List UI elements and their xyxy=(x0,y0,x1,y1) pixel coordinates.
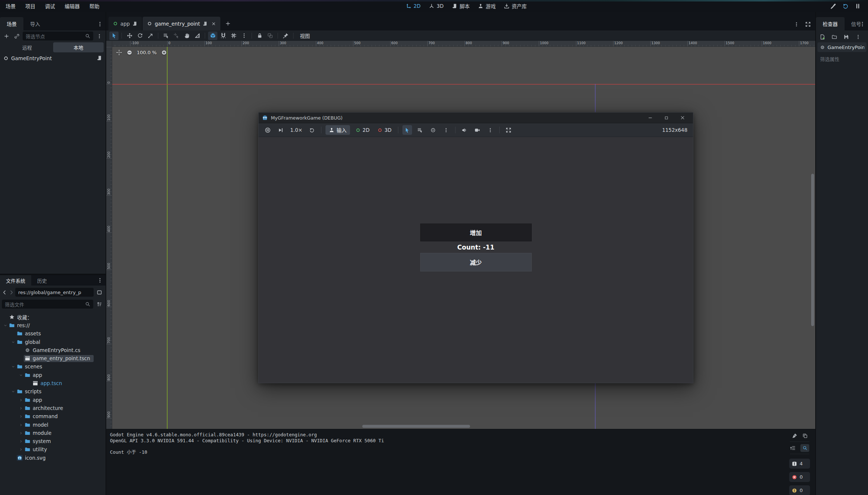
scale-button[interactable] xyxy=(146,32,155,40)
menu-item[interactable]: 调试 xyxy=(40,0,60,12)
file-tree-row[interactable]: module xyxy=(0,429,105,437)
workspace-tab[interactable]: 脚本 xyxy=(452,2,470,10)
file-tree-row[interactable]: scenes xyxy=(0,363,105,371)
workspace-tab[interactable]: 3D xyxy=(429,3,444,9)
expand-icon[interactable] xyxy=(18,447,24,452)
file-tree-row[interactable]: app.tscn xyxy=(0,379,105,387)
zoom-in-icon[interactable] xyxy=(161,50,167,55)
filter-files-input[interactable]: 筛选文件 xyxy=(2,300,93,309)
expand-icon[interactable] xyxy=(18,431,24,435)
menu-item[interactable]: 场景 xyxy=(1,0,20,12)
cube-button[interactable] xyxy=(208,32,217,40)
pin-button[interactable] xyxy=(281,32,290,40)
inspected-object-row[interactable]: GameEntryPoint.cs xyxy=(817,42,867,52)
scene-dock-tab[interactable]: 导入 xyxy=(23,17,47,30)
collapse-icon[interactable] xyxy=(18,373,24,377)
file-tree-row[interactable]: system xyxy=(0,437,105,445)
camera-override-button[interactable] xyxy=(473,125,482,135)
copy-output-icon[interactable] xyxy=(802,433,808,439)
current-path-field[interactable]: res://global/game_entry_p xyxy=(15,288,94,297)
camera-menu-button[interactable] xyxy=(486,125,495,135)
distraction-free-icon[interactable] xyxy=(805,22,811,27)
expand-icon[interactable] xyxy=(18,439,24,443)
input-mode-button[interactable]: 输入 xyxy=(326,125,350,135)
expand-icon[interactable] xyxy=(18,414,24,419)
scene-tab[interactable]: game_entry_point xyxy=(143,17,220,30)
file-tree-row[interactable]: model xyxy=(0,421,105,429)
script-icon[interactable] xyxy=(132,21,137,26)
nodes-cursor-button[interactable] xyxy=(172,32,181,40)
zoom-level[interactable]: 100.0 % xyxy=(137,50,157,55)
file-tree-row[interactable]: command xyxy=(0,413,105,421)
view-menu[interactable]: 视图 xyxy=(297,32,313,39)
remote-button[interactable]: 远程 xyxy=(2,42,52,52)
embed-fullscreen-button[interactable] xyxy=(504,125,514,135)
cursor-button[interactable] xyxy=(109,32,119,40)
close-tab-icon[interactable] xyxy=(211,22,216,26)
close-icon[interactable] xyxy=(680,115,685,120)
scene-tree-menu-button[interactable] xyxy=(95,32,104,40)
script-icon[interactable] xyxy=(97,55,102,61)
toggle-split-mode-button[interactable] xyxy=(95,288,104,296)
expand-icon[interactable] xyxy=(18,398,24,402)
center-view-icon[interactable] xyxy=(116,49,122,56)
collapse-output-icon[interactable] xyxy=(790,445,796,451)
movie-tool-icon[interactable] xyxy=(830,3,836,9)
menu-item[interactable]: 项目 xyxy=(20,0,40,12)
script-icon[interactable] xyxy=(203,21,208,26)
error-count-badge[interactable]: 0 xyxy=(789,472,810,482)
menu-item[interactable]: 编辑器 xyxy=(60,0,85,12)
file-tree-row[interactable]: GameEntryPoint.cs xyxy=(0,346,105,354)
minimize-icon[interactable] xyxy=(648,115,653,120)
collapse-icon[interactable] xyxy=(10,390,16,394)
file-tree-row[interactable]: assets xyxy=(0,330,105,338)
collapse-icon[interactable] xyxy=(3,323,8,328)
restart-scene-icon[interactable] xyxy=(842,3,849,9)
decrease-button[interactable]: 减少 xyxy=(420,253,532,271)
file-tree-row[interactable]: app xyxy=(0,396,105,404)
expand-icon[interactable] xyxy=(18,406,24,410)
local-button[interactable]: 本地 xyxy=(53,42,104,52)
select-3d-button[interactable]: 3D xyxy=(375,125,394,135)
save-resource-icon[interactable] xyxy=(843,34,849,40)
increase-button[interactable]: 增加 xyxy=(420,224,532,241)
scene-tree-root-node[interactable]: GameEntryPoint xyxy=(0,53,106,63)
game-window-titlebar[interactable]: MyGFrameworkGame (DEBUG) xyxy=(259,113,693,123)
inspector-tab[interactable]: 检查器 xyxy=(816,17,845,30)
search-output-button[interactable] xyxy=(800,444,809,452)
file-tree-row[interactable]: res:// xyxy=(0,321,105,329)
dots-v-button[interactable] xyxy=(239,32,249,40)
resource-menu-icon[interactable] xyxy=(855,34,861,40)
file-sort-button[interactable] xyxy=(95,300,104,308)
next-frame-button[interactable] xyxy=(276,125,285,135)
add-node-button[interactable] xyxy=(2,32,11,40)
workspace-tab[interactable]: 资产库 xyxy=(504,2,527,10)
expand-icon[interactable] xyxy=(18,423,24,427)
game-select-menu-button[interactable] xyxy=(441,125,451,135)
file-tree-row[interactable]: game_entry_point.tscn xyxy=(0,354,105,362)
message-count-badge[interactable]: 4 xyxy=(789,459,810,469)
mute-audio-button[interactable] xyxy=(460,125,469,135)
file-tree-row[interactable]: app xyxy=(0,371,105,379)
lock-button[interactable] xyxy=(255,32,264,40)
select-2d-button[interactable]: 2D xyxy=(353,125,372,135)
filter-properties-input[interactable]: 筛选属性 xyxy=(817,54,867,63)
filter-nodes-input[interactable]: 筛选节点 xyxy=(23,32,93,40)
move-button[interactable] xyxy=(125,32,134,40)
file-tree-row[interactable]: icon.svg xyxy=(0,454,105,462)
scene-dock-tab[interactable]: 场景 xyxy=(0,17,23,30)
hand-button[interactable] xyxy=(182,32,191,40)
maximize-icon[interactable] xyxy=(664,115,669,120)
clear-output-icon[interactable] xyxy=(792,433,797,439)
filesystem-tab[interactable]: 文件系统 xyxy=(0,275,31,286)
filesystem-tab[interactable]: 历史 xyxy=(31,275,53,286)
file-tree-row[interactable]: utility xyxy=(0,446,105,454)
back-icon[interactable] xyxy=(2,290,7,295)
zoom-out-icon[interactable] xyxy=(127,50,132,55)
dock-menu-icon[interactable] xyxy=(97,21,103,27)
grid-button[interactable] xyxy=(229,32,238,40)
suspend-button[interactable] xyxy=(263,125,272,135)
file-tree-row[interactable]: scripts xyxy=(0,388,105,396)
instance-scene-button[interactable] xyxy=(12,32,21,40)
collapse-icon[interactable] xyxy=(10,365,16,369)
